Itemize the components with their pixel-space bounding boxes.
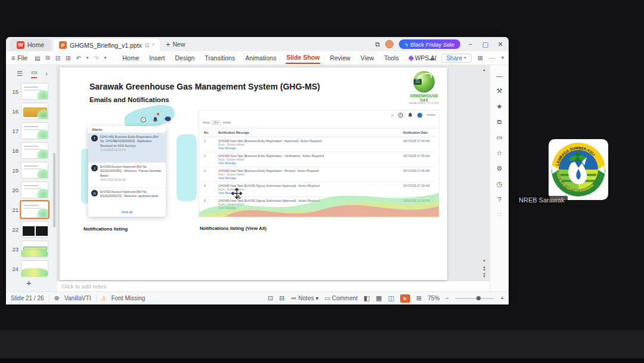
effects-pane-icon[interactable]: ☆: [497, 149, 503, 157]
ai-sparkle-icon: [408, 56, 414, 61]
current-slide[interactable]: Sarawak Greenhouse Gas Management System…: [60, 67, 447, 280]
layout-switch-icon[interactable]: ⧉: [375, 41, 380, 48]
zoom-in-button[interactable]: +: [500, 295, 504, 302]
menu-bar: ≡ File ▤ ⧉ ⊟ ⊞ ↶ ▾ ↷ ▾ Home Insert Desig…: [6, 51, 509, 65]
language-label[interactable]: VanillaVTI: [64, 295, 91, 302]
thumbnail-scrollbar[interactable]: [53, 153, 55, 227]
undo-dropdown-icon[interactable]: ▾: [86, 56, 89, 60]
reading-view-icon[interactable]: ◫: [388, 294, 394, 302]
thumbnail-pane-toggle-icon[interactable]: ⊡: [268, 294, 273, 302]
slide-thumbnail-18[interactable]: 18: [10, 142, 56, 159]
print-preview-icon[interactable]: ⊞: [66, 55, 70, 61]
normal-view-icon[interactable]: ◧: [364, 294, 370, 302]
menu-transitions[interactable]: Transitions: [204, 53, 236, 63]
redo-icon[interactable]: ↷: [94, 55, 98, 61]
export-icon[interactable]: ⧉: [46, 54, 50, 61]
comment-button[interactable]: ▭ Comment: [324, 295, 358, 302]
slide-thumbnail-22[interactable]: 22: [10, 221, 56, 238]
slide-thumbnail-15[interactable]: 15: [10, 83, 56, 100]
menu-view[interactable]: View: [360, 53, 375, 63]
file-menu-button[interactable]: ≡ File: [11, 54, 27, 61]
notifications-screenshot: ⌂ ? Show 10 ▾ entries: [199, 110, 439, 217]
zoom-slider[interactable]: [455, 298, 494, 299]
undo-icon[interactable]: ↶: [76, 55, 80, 61]
language-icon[interactable]: ⊕: [54, 294, 60, 302]
print-icon[interactable]: ⊟: [55, 55, 60, 61]
shapes-pane-icon[interactable]: ⧉: [497, 118, 502, 126]
powerpoint-file-icon: P: [59, 41, 67, 49]
font-missing-label[interactable]: Font Missing: [112, 295, 145, 302]
collapse-ribbon-icon[interactable]: ▾: [501, 56, 504, 60]
canvas-scrollbar[interactable]: ▴ ▾ ▴▴ ▾▾: [481, 66, 487, 279]
menu-slide-show[interactable]: Slide Show: [286, 52, 320, 64]
cloud-sync-icon[interactable]: ☁: [429, 55, 435, 61]
close-button[interactable]: ✕: [496, 41, 505, 48]
comments-pane-icon[interactable]: ▭: [496, 134, 502, 141]
zoom-slider-handle[interactable]: [476, 296, 481, 300]
scroll-down-icon[interactable]: ▾: [481, 259, 487, 263]
settings-pane-icon[interactable]: ⚙: [497, 165, 503, 173]
slide-thumbnail-23[interactable]: 23: [10, 241, 56, 257]
ribbon-layout-icon[interactable]: ⊞: [478, 55, 483, 61]
save-icon[interactable]: ▤: [35, 55, 40, 61]
slide-thumbnail-24[interactable]: 24: [10, 260, 56, 277]
thumb-preview: [21, 103, 48, 119]
notes-pane-toggle-icon[interactable]: ⊟: [279, 294, 284, 302]
status-bar: Slide 21 / 26 ⊕ VanillaVTI ⚠ Font Missin…: [6, 291, 509, 304]
menu-home[interactable]: Home: [122, 53, 140, 63]
expand-panel-icon[interactable]: ›: [45, 70, 48, 77]
menu-design[interactable]: Design: [175, 53, 196, 63]
scroll-up-icon[interactable]: ▴: [481, 67, 487, 72]
more-history-icon[interactable]: ▾: [104, 56, 107, 60]
slide-view-icon[interactable]: ▭: [31, 69, 37, 78]
menu-animations[interactable]: Animations: [244, 53, 277, 63]
alerts-panel: Alerts T [GHG-MS] Business Entity Regist…: [88, 126, 166, 217]
add-slide-button[interactable]: +: [26, 278, 32, 288]
new-tab-button[interactable]: + New: [166, 40, 185, 49]
minimize-button[interactable]: −: [466, 41, 475, 48]
notes-toggle-button[interactable]: ≔ Notes ▾: [291, 295, 319, 302]
thumb-preview: [21, 182, 48, 198]
new-tab-label: New: [172, 41, 185, 48]
menu-insert[interactable]: Insert: [148, 53, 165, 63]
alert-avatar: J: [91, 165, 98, 171]
tab-document[interactable]: P GHGMS_Briefing_v1.pptx ⊡ *: [54, 39, 160, 51]
history-pane-icon[interactable]: ◷: [497, 180, 503, 188]
slide-thumbnail-16[interactable]: 16: [10, 103, 56, 119]
collapse-pane-icon[interactable]: —: [496, 72, 503, 79]
slide-thumbnail-panel: ☰ ▭ › 15 16 17 18 19 20 21 22 23 24: [6, 65, 57, 291]
thumb-preview: [21, 201, 48, 218]
profile-name-placeholder: [427, 114, 435, 116]
slide-canvas[interactable]: Sarawak Greenhouse Gas Management System…: [57, 65, 490, 281]
slide-thumbnail-19[interactable]: 19: [10, 162, 56, 179]
slide-thumbnail-20[interactable]: 20: [10, 182, 56, 198]
participant-tile[interactable]: LEMBAGA SUMBER ASLI DAN ALAM SEKITAR SAR…: [513, 136, 641, 208]
slide-sorter-view-icon[interactable]: ▦: [376, 294, 382, 302]
help-pane-icon[interactable]: ?: [497, 196, 501, 203]
apps-grid-icon[interactable]: ∷: [497, 211, 501, 219]
chevron-down-icon: ▾: [464, 56, 466, 60]
ghg-globe-icon: NET 2050: [413, 71, 435, 93]
maximize-button[interactable]: ▢: [481, 41, 490, 48]
fit-slide-icon[interactable]: ⊞: [416, 294, 422, 302]
zoom-out-button[interactable]: −: [445, 295, 449, 302]
outline-view-icon[interactable]: ☰: [17, 70, 23, 78]
menu-tools[interactable]: Tools: [383, 53, 400, 63]
slide-thumbnail-21-selected[interactable]: 21: [10, 201, 56, 218]
menu-review[interactable]: Review: [329, 53, 351, 63]
quick-tools-icon[interactable]: ⚒: [497, 87, 503, 95]
more-options-icon[interactable]: ⋯: [489, 55, 496, 61]
share-button[interactable]: Share ▾: [441, 54, 472, 63]
slide-thumbnail-17[interactable]: 17: [10, 122, 56, 139]
tab-monitor-icon[interactable]: ⊡: [145, 42, 150, 48]
next-slide-button[interactable]: ▾▾: [481, 273, 487, 278]
slideshow-play-button[interactable]: ▶: [400, 294, 410, 303]
previous-slide-button[interactable]: ▴▴: [481, 266, 487, 270]
tab-home[interactable]: W Home: [10, 39, 51, 51]
notes-input[interactable]: Click to add notes: [57, 281, 490, 291]
zoom-level[interactable]: 75%: [428, 295, 439, 302]
account-avatar[interactable]: [385, 40, 394, 48]
black-friday-sale-button[interactable]: ϟ Black Friday Sale: [399, 39, 460, 49]
info-icon: i: [141, 117, 146, 122]
animation-pane-icon[interactable]: ★: [497, 103, 503, 110]
